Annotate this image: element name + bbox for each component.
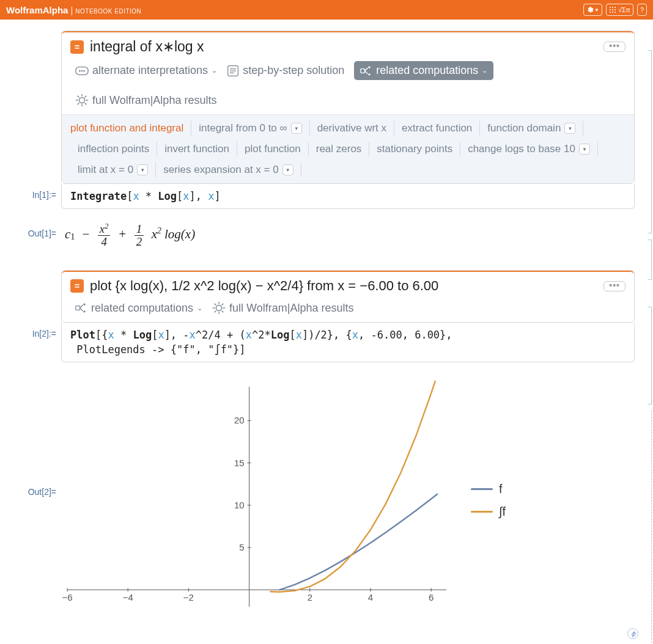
wa-more-button-2[interactable]: •••	[603, 281, 625, 291]
svg-point-10	[79, 70, 81, 71]
svg-text:4: 4	[368, 593, 373, 603]
full-results-button-2[interactable]: full Wolfram|Alpha results	[212, 301, 353, 315]
suggestion-item[interactable]: series expansion at x = 0▼	[156, 163, 301, 177]
svg-line-44	[222, 304, 224, 306]
svg-line-43	[215, 311, 216, 313]
legend-swatch-intf	[471, 511, 493, 513]
suggestion-label: change logs to base 10	[468, 143, 575, 155]
chevron-down-icon: ⌄	[482, 67, 487, 75]
svg-line-27	[78, 96, 79, 98]
code-input-2[interactable]: Plot[{x * Log[x], -x^2/4 + (x^2*Log[x])/…	[61, 323, 635, 362]
suggestion-item[interactable]: real zeros	[309, 142, 370, 156]
chevron-down-icon[interactable]: ▼	[282, 164, 293, 175]
legend-swatch-f	[471, 488, 493, 490]
help-button[interactable]: ?	[637, 4, 647, 16]
svg-point-4	[612, 9, 613, 10]
brand: WolframAlpha | NOTEBOOK EDITION	[6, 5, 141, 15]
cell-bracket[interactable]	[648, 411, 652, 643]
full-results-button[interactable]: full Wolfram|Alpha results	[75, 93, 216, 107]
related-computations-button[interactable]: related computations ⌄	[354, 61, 493, 80]
svg-text:20: 20	[234, 415, 245, 426]
in-label-2: In[2]:=	[0, 323, 61, 338]
legend-label-intf: ∫f	[499, 505, 506, 519]
suggestion-item[interactable]: change logs to base 10▼	[460, 142, 598, 156]
full-label-2: full Wolfram|Alpha results	[229, 302, 353, 315]
svg-point-3	[610, 9, 611, 10]
wa-more-button-1[interactable]: •••	[603, 42, 625, 52]
gear-icon	[586, 6, 594, 13]
settings-button[interactable]: ▼	[583, 4, 602, 16]
svg-point-22	[79, 97, 84, 103]
status-icon[interactable]: ϕ	[627, 628, 638, 639]
legend-label-f: f	[499, 482, 503, 496]
suggestion-label: function domain	[487, 122, 561, 134]
legend-intf: ∫f	[471, 505, 506, 519]
suggestion-item[interactable]: limit at x = 0▼	[70, 163, 156, 177]
svg-rect-31	[76, 306, 80, 310]
suggestion-strip: plot function and integralintegral from …	[62, 114, 634, 183]
sun-gear-icon	[212, 301, 226, 315]
chevron-down-icon[interactable]: ▼	[291, 123, 302, 134]
svg-line-41	[215, 304, 216, 306]
full-label: full Wolfram|Alpha results	[92, 94, 216, 107]
svg-point-36	[216, 306, 222, 311]
svg-text:6: 6	[429, 593, 433, 603]
code-input-1[interactable]: Integrate[x * Log[x], x]	[61, 184, 635, 209]
svg-point-20	[369, 66, 371, 68]
wa-equal-icon[interactable]: =	[70, 40, 84, 54]
in-label-1: In[1]:=	[0, 184, 61, 200]
suggestion-label: series expansion at x = 0	[163, 164, 279, 176]
svg-line-30	[85, 96, 87, 98]
suggestion-item[interactable]: function domain▼	[480, 121, 583, 136]
brand-divider: |	[70, 5, 73, 15]
chevron-down-icon: ▼	[594, 7, 599, 13]
suggestion-label: limit at x = 0	[78, 164, 133, 176]
out-label-1: Out[1]=	[0, 209, 61, 238]
suggestion-item[interactable]: invert function	[157, 142, 237, 156]
palette-button[interactable]: √Σπ	[606, 4, 633, 16]
branch-icon	[360, 65, 372, 76]
output-1: c1 − x24 + 12 x2 log(x)	[61, 209, 653, 263]
suggestion-item[interactable]: integral from 0 to ∞▼	[191, 121, 309, 136]
chevron-down-icon[interactable]: ▼	[579, 144, 590, 155]
wa-query-input-2[interactable]: plot {x log(x), 1/2 x^2 log(x) − x^2/4} …	[90, 278, 597, 294]
suggestion-item[interactable]: inflection points	[70, 142, 157, 156]
wa-query-input-1[interactable]: integral of x∗log x	[90, 38, 597, 55]
svg-point-6	[610, 12, 611, 13]
svg-point-8	[614, 12, 616, 13]
suggestion-label: invert function	[164, 143, 229, 155]
cell-bracket[interactable]	[648, 240, 652, 280]
svg-point-7	[612, 12, 613, 13]
chevron-down-icon: ⌄	[197, 304, 202, 312]
suggestion-label: integral from 0 to ∞	[199, 122, 287, 134]
dots-bubble-icon	[75, 66, 89, 76]
cell-bracket[interactable]	[648, 307, 652, 404]
step-by-step-button[interactable]: step-by-step solution	[227, 64, 344, 77]
cell-bracket[interactable]	[648, 50, 652, 233]
plot-legend: f ∫f	[471, 474, 506, 527]
legend-f: f	[471, 482, 506, 496]
svg-point-0	[610, 7, 611, 8]
svg-line-19	[365, 71, 368, 74]
wa-equal-icon[interactable]: =	[70, 279, 84, 293]
alt-label: alternate interpretations	[92, 64, 208, 77]
svg-point-35	[83, 310, 85, 312]
related-computations-button-2[interactable]: related computations ⌄	[75, 302, 202, 315]
svg-line-32	[80, 305, 83, 308]
suggestion-label: plot function	[245, 143, 301, 155]
suggestion-item[interactable]: extract function	[394, 121, 480, 136]
suggestion-item[interactable]: plot function	[237, 142, 309, 156]
alternate-interpretations-button[interactable]: alternate interpretations ⌄	[75, 64, 217, 77]
svg-text:2: 2	[308, 593, 312, 603]
suggestion-item[interactable]: derivative wrt x	[310, 121, 394, 136]
step-label: step-by-step solution	[243, 64, 344, 77]
suggestion-item[interactable]: plot function and integral	[70, 121, 191, 136]
chevron-down-icon[interactable]: ▼	[137, 164, 148, 175]
suggestion-item[interactable]: stationary points	[369, 142, 460, 156]
chevron-down-icon[interactable]: ▼	[564, 123, 575, 134]
suggestion-label: inflection points	[78, 143, 149, 155]
svg-point-5	[614, 9, 616, 10]
sun-gear-icon	[75, 93, 89, 107]
suggestion-label: real zeros	[316, 143, 362, 155]
out-label-2: Out[2]=	[0, 377, 61, 497]
